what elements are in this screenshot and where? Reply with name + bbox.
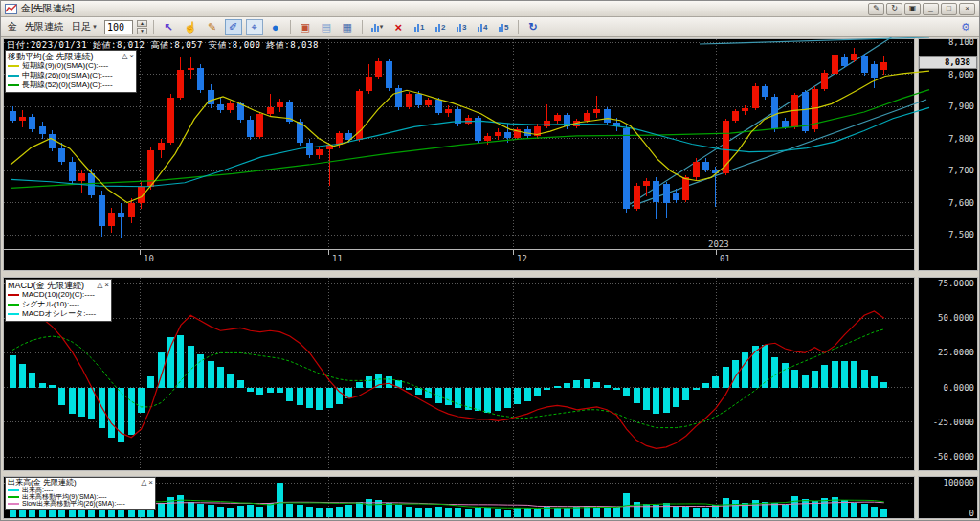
- price-chart-canvas: 8,1008,0007,9007,8007,7007,6007,5008,038…: [3, 37, 979, 274]
- cursor-tool-button[interactable]: ↖: [160, 19, 177, 35]
- price-axis-label: 7,500: [948, 230, 974, 239]
- ma-mid-label: 中期線(26)(0)(SMA)(C):----: [22, 71, 113, 80]
- stepper-down-icon[interactable]: ▼: [137, 28, 147, 34]
- cursor-icon: ↖: [164, 21, 172, 34]
- price-axis-label: 8,100: [948, 37, 974, 47]
- macd-axis-label: 25.0000: [938, 348, 974, 357]
- chart-window-icon: ▣: [300, 21, 309, 34]
- price-axis-label: 7,700: [948, 166, 974, 175]
- pencil-icon: ✎: [208, 21, 216, 34]
- chart-slot-3-button[interactable]: 3: [453, 19, 470, 35]
- volume-ma26-swatch: [8, 503, 19, 505]
- ma-long-swatch: [8, 84, 19, 86]
- macd-axis-label: 0.0000: [943, 383, 974, 393]
- bars-count-input[interactable]: [104, 20, 133, 34]
- chart-area[interactable]: 8,1008,0007,9007,8007,7007,6007,5008,038…: [3, 37, 979, 520]
- legend-collapse-icon[interactable]: △: [97, 282, 102, 289]
- ma-legend: 移動平均(金 先限連続) △ × 短期線(9)(0)(SMA)(C):---- …: [5, 50, 137, 93]
- volume-legend-title: 出来高(金 先限連続): [8, 479, 77, 487]
- legend-collapse-icon[interactable]: △: [122, 53, 127, 60]
- chart-slot-2-button[interactable]: 2: [432, 19, 449, 35]
- chevron-down-icon: ▼: [92, 24, 98, 30]
- minimize-button[interactable]: _: [923, 3, 939, 15]
- current-price-label: 8,038: [945, 57, 970, 67]
- macd-legend: MACD(金 先限連続) △ × MACD(10)(20)(C):---- シグ…: [5, 279, 112, 322]
- month-label: 12: [517, 254, 527, 263]
- close-button[interactable]: ×: [959, 3, 975, 15]
- signal-line-swatch: [8, 304, 19, 306]
- chart-type-dropdown[interactable]: ▾: [368, 19, 387, 35]
- macd-line-label: MACD(10)(20)(C):----: [22, 290, 95, 300]
- app-window: 金[先限連続] ✎ ↻ ▣ _ □ × 金 先限連続 日足 ▼ ▲ ▼ ↖ ☝ …: [0, 0, 980, 521]
- legend-close-icon[interactable]: ×: [129, 53, 134, 60]
- pencil-tool-button[interactable]: ✎: [204, 19, 221, 35]
- month-label: 11: [332, 254, 343, 263]
- timeframe-label: 日足: [72, 20, 91, 34]
- legend-row: MACDオシレータ:----: [8, 309, 109, 319]
- macd-axis-label: 75.0000: [938, 279, 974, 288]
- grid-light-button[interactable]: ▤: [318, 19, 335, 35]
- volume-swatch: [8, 489, 19, 491]
- macd-osc-swatch: [8, 313, 19, 315]
- hand-icon: ☝: [184, 21, 197, 34]
- volume-ma9-label: 出来高移動平均(9)(SMA):----: [22, 493, 107, 500]
- legend-row: 出来高移動平均(9)(SMA):----: [8, 493, 153, 500]
- volume-axis-label: 0: [969, 509, 974, 518]
- chart-window-button[interactable]: ▣: [297, 19, 314, 35]
- app-icon: [5, 4, 17, 14]
- ma-short-swatch: [8, 65, 19, 67]
- price-axis-label: 7,600: [948, 198, 974, 208]
- chart-slot-icon: [435, 23, 440, 32]
- legend-row: シグナル(10):----: [8, 300, 109, 309]
- legend-row: Slow出来高移動平均(26)(SMA):----: [8, 500, 153, 507]
- legend-close-icon[interactable]: ×: [104, 282, 109, 289]
- crosshair-icon: ⌖: [252, 21, 257, 34]
- timeframe-dropdown[interactable]: 日足 ▼: [69, 19, 100, 35]
- macd-axis-label: -50.0000: [933, 452, 974, 462]
- chart-slot-number: 2: [441, 23, 445, 32]
- volume-legend: 出来高(金 先限連続) △ × 出来高:---- 出来高移動平均(9)(SMA)…: [5, 477, 156, 510]
- volume-ma26-label: Slow出来高移動平均(26)(SMA):----: [22, 500, 125, 507]
- macd-line-swatch: [8, 294, 19, 296]
- marker-icon: ✐: [229, 21, 237, 34]
- legend-row: MACD(10)(20)(C):----: [8, 290, 109, 300]
- settings-button[interactable]: ⚙: [957, 19, 974, 35]
- refresh-window-icon[interactable]: ↻: [886, 3, 902, 15]
- refresh-icon: ↻: [529, 21, 538, 34]
- legend-close-icon[interactable]: ×: [148, 479, 153, 487]
- grid-light-icon: ▤: [321, 21, 330, 34]
- chart-slot-number: 4: [483, 23, 487, 32]
- delete-chart-button[interactable]: ×: [390, 19, 407, 35]
- maximize-button[interactable]: □: [941, 3, 957, 15]
- duplicate-window-icon[interactable]: ▣: [904, 3, 921, 15]
- grid-dense-button[interactable]: ▦: [339, 19, 356, 35]
- chart-slot-1-button[interactable]: 1: [411, 19, 428, 35]
- ma-mid-swatch: [8, 75, 19, 77]
- annotate-window-icon[interactable]: ✎: [868, 3, 884, 15]
- compass-tool-button[interactable]: ●: [267, 19, 284, 35]
- reload-button[interactable]: ↻: [524, 19, 542, 35]
- chart-slot-number: 5: [504, 23, 508, 32]
- macd-legend-title: MACD(金 先限連続): [8, 281, 84, 290]
- title-bar: 金[先限連続] ✎ ↻ ▣ _ □ ×: [1, 1, 979, 17]
- price-axis-label: 8,000: [948, 70, 974, 79]
- ma-legend-title: 移動平均(金 先限連続): [8, 52, 94, 61]
- chart-slot-5-button[interactable]: 5: [495, 19, 512, 35]
- macd-axis-label: 50.0000: [938, 313, 974, 323]
- year-label: 2023: [708, 239, 729, 249]
- chart-slot-4-button[interactable]: 4: [474, 19, 491, 35]
- crosshair-tool-button[interactable]: ⌖: [246, 19, 263, 35]
- toolbar-separator: [362, 20, 363, 34]
- month-label: 10: [144, 254, 154, 263]
- contract-label: 先限連続: [23, 20, 65, 34]
- delete-icon: ×: [394, 20, 402, 34]
- chevron-down-icon: ▾: [380, 23, 384, 31]
- marker-tool-button[interactable]: ✐: [225, 19, 242, 35]
- chart-slot-icon: [457, 23, 461, 32]
- chart-slot-icon: [414, 23, 419, 32]
- price-axis-label: 7,800: [948, 134, 974, 144]
- symbol-label: 金: [6, 20, 19, 34]
- hand-tool-button[interactable]: ☝: [181, 19, 200, 35]
- stepper-up-icon[interactable]: ▲: [137, 20, 147, 27]
- legend-collapse-icon[interactable]: △: [141, 479, 146, 487]
